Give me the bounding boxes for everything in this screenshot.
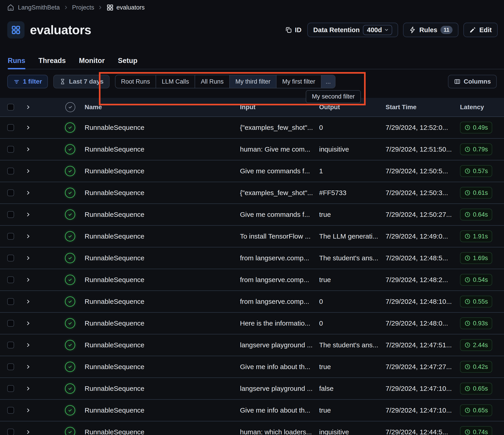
expand-row-chevron-icon[interactable] bbox=[25, 277, 31, 283]
expand-row-chevron-icon[interactable] bbox=[25, 255, 31, 261]
expand-row-chevron-icon[interactable] bbox=[25, 234, 31, 239]
row-checkbox[interactable] bbox=[7, 342, 14, 348]
edit-button[interactable]: Edit bbox=[463, 23, 498, 37]
table-row[interactable]: RunnableSequence langserve playground ..… bbox=[0, 378, 504, 400]
data-retention-value[interactable]: 400d bbox=[363, 25, 392, 35]
column-header-start-time[interactable]: Start Time bbox=[386, 104, 460, 111]
row-checkbox[interactable] bbox=[7, 146, 14, 153]
expand-row-chevron-icon[interactable] bbox=[25, 429, 31, 435]
success-status-icon bbox=[65, 144, 75, 155]
home-icon[interactable] bbox=[7, 4, 15, 11]
breadcrumb-item-current[interactable]: evaluators bbox=[106, 4, 145, 11]
expand-row-chevron-icon[interactable] bbox=[25, 212, 31, 217]
table-row[interactable]: RunnableSequence To install TensorFlow .… bbox=[0, 226, 504, 247]
row-checkbox[interactable] bbox=[7, 233, 14, 240]
table-row[interactable]: RunnableSequence langserve playground ..… bbox=[0, 334, 504, 356]
table-header-row: Name Input Output Start Time Latency bbox=[0, 98, 504, 117]
quick-filter-my-first-filter[interactable]: My first filter bbox=[277, 75, 321, 88]
success-status-icon bbox=[65, 188, 75, 198]
table-row[interactable]: RunnableSequence Give me commands f... t… bbox=[0, 204, 504, 226]
column-header-output[interactable]: Output bbox=[319, 104, 386, 111]
run-input: langserve playground ... bbox=[240, 385, 319, 392]
run-start-time: 7/29/2024, 12:47:10... bbox=[386, 407, 460, 414]
expand-row-chevron-icon[interactable] bbox=[25, 408, 31, 413]
row-checkbox[interactable] bbox=[7, 189, 14, 196]
expand-row-chevron-icon[interactable] bbox=[25, 342, 31, 348]
table-row[interactable]: RunnableSequence from langserve.comp... … bbox=[0, 247, 504, 269]
table-row[interactable]: RunnableSequence {"examples_few_shot"...… bbox=[0, 182, 504, 204]
column-header-latency[interactable]: Latency bbox=[460, 104, 504, 111]
expand-row-chevron-icon[interactable] bbox=[25, 321, 31, 326]
tab-runs[interactable]: Runs bbox=[8, 52, 25, 69]
success-status-icon bbox=[65, 209, 75, 220]
data-retention-button[interactable]: Data Retention 400d bbox=[307, 23, 398, 37]
expand-row-chevron-icon[interactable] bbox=[25, 364, 31, 370]
breadcrumb-item-langsmithbeta[interactable]: LangSmithBeta bbox=[18, 4, 60, 11]
run-name: RunnableSequence bbox=[75, 428, 240, 435]
run-start-time: 7/29/2024, 12:48:0... bbox=[386, 320, 460, 327]
tab-threads[interactable]: Threads bbox=[39, 52, 66, 69]
run-name: RunnableSequence bbox=[75, 211, 240, 218]
row-checkbox[interactable] bbox=[7, 385, 14, 392]
table-row[interactable]: RunnableSequence Give me commands f... 1… bbox=[0, 160, 504, 182]
select-all-checkbox[interactable] bbox=[7, 104, 14, 111]
latency-badge: 0.74s bbox=[460, 426, 492, 435]
table-row[interactable]: RunnableSequence human: which loaders...… bbox=[0, 421, 504, 435]
overflow-filter-tooltip: My second filter bbox=[306, 90, 361, 103]
column-header-input[interactable]: Input bbox=[240, 104, 319, 111]
run-name: RunnableSequence bbox=[75, 146, 240, 153]
run-output: 1 bbox=[319, 167, 386, 175]
row-checkbox[interactable] bbox=[7, 298, 14, 305]
table-row[interactable]: RunnableSequence Here is the informatio.… bbox=[0, 313, 504, 334]
quick-filter-my-third-filter[interactable]: My third filter bbox=[230, 75, 277, 88]
row-checkbox[interactable] bbox=[7, 363, 14, 370]
run-input: Give me info about th... bbox=[240, 363, 319, 371]
expand-row-chevron-icon[interactable] bbox=[25, 168, 31, 174]
row-checkbox[interactable] bbox=[7, 124, 14, 131]
table-row[interactable]: RunnableSequence Give me info about th..… bbox=[0, 400, 504, 421]
table-row[interactable]: RunnableSequence human: Give me com... i… bbox=[0, 139, 504, 160]
breadcrumb-item-projects[interactable]: Projects bbox=[72, 4, 94, 11]
row-checkbox[interactable] bbox=[7, 276, 14, 283]
expand-row-chevron-icon[interactable] bbox=[25, 190, 31, 196]
latency-badge: 0.55s bbox=[460, 296, 492, 307]
project-icon-tile bbox=[7, 21, 25, 38]
expand-row-chevron-icon[interactable] bbox=[25, 299, 31, 304]
quick-filter-root-runs[interactable]: Root Runs bbox=[116, 75, 156, 88]
expand-all-chevron-icon[interactable] bbox=[25, 104, 31, 110]
row-checkbox[interactable] bbox=[7, 255, 14, 261]
tab-setup[interactable]: Setup bbox=[118, 52, 137, 69]
expand-row-chevron-icon[interactable] bbox=[25, 147, 31, 152]
tab-monitor[interactable]: Monitor bbox=[79, 52, 105, 69]
row-checkbox[interactable] bbox=[7, 320, 14, 327]
row-checkbox[interactable] bbox=[7, 429, 14, 435]
table-row[interactable]: RunnableSequence from langserve.comp... … bbox=[0, 269, 504, 291]
table-row[interactable]: RunnableSequence Give me info about th..… bbox=[0, 356, 504, 378]
run-start-time: 7/29/2024, 12:52:0... bbox=[386, 124, 460, 131]
run-input: langserve playground ... bbox=[240, 341, 319, 349]
column-header-name[interactable]: Name bbox=[75, 104, 240, 111]
time-range-button[interactable]: Last 7 days bbox=[53, 75, 109, 88]
quick-filter-overflow-button[interactable]: ... bbox=[321, 75, 335, 88]
run-input: from langserve.comp... bbox=[240, 298, 319, 305]
clock-icon bbox=[464, 211, 471, 218]
success-status-icon bbox=[65, 318, 75, 329]
columns-button[interactable]: Columns bbox=[448, 75, 497, 88]
runs-table: Name Input Output Start Time Latency Run… bbox=[0, 98, 504, 435]
row-checkbox[interactable] bbox=[7, 168, 14, 174]
expand-row-chevron-icon[interactable] bbox=[25, 125, 31, 130]
filter-button[interactable]: 1 filter bbox=[7, 75, 48, 88]
success-status-icon bbox=[65, 166, 75, 176]
rules-button[interactable]: Rules 11 bbox=[403, 23, 459, 37]
row-checkbox[interactable] bbox=[7, 407, 14, 414]
table-row[interactable]: RunnableSequence from langserve.comp... … bbox=[0, 291, 504, 313]
run-start-time: 7/29/2024, 12:50:27... bbox=[386, 211, 460, 218]
table-row[interactable]: RunnableSequence {"examples_few_shot"...… bbox=[0, 117, 504, 139]
expand-row-chevron-icon[interactable] bbox=[25, 386, 31, 391]
quick-filter-llm-calls[interactable]: LLM Calls bbox=[156, 75, 195, 88]
quick-filter-all-runs[interactable]: All Runs bbox=[195, 75, 230, 88]
success-status-icon bbox=[65, 122, 75, 133]
row-checkbox[interactable] bbox=[7, 211, 14, 218]
run-start-time: 7/29/2024, 12:44:5... bbox=[386, 428, 460, 435]
copy-id-button[interactable]: ID bbox=[285, 26, 301, 34]
